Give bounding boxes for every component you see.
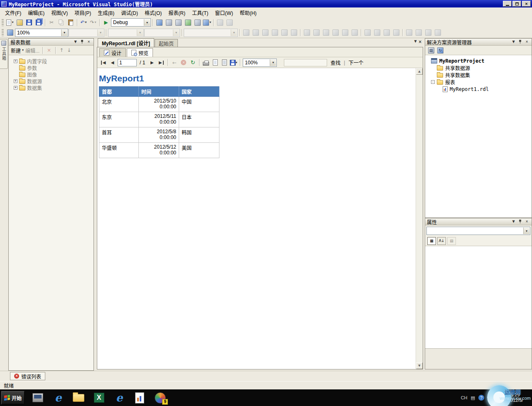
tree-item-project[interactable]: MyReportProject (426, 57, 531, 64)
last-page-button[interactable]: ▶ (157, 59, 165, 67)
internet-explorer-icon[interactable]: e (50, 391, 66, 405)
font-color-button[interactable] (424, 28, 433, 37)
close-panel-button[interactable]: × (524, 219, 530, 225)
menu-tools[interactable]: 工具(T) (189, 8, 212, 17)
menu-view[interactable]: 视图(V) (48, 8, 71, 17)
solution-explorer-button[interactable] (164, 18, 173, 27)
property-pages-button[interactable]: ▤ (447, 237, 456, 245)
size-width-button[interactable] (302, 28, 311, 37)
delete-button[interactable]: × (46, 47, 52, 54)
next-page-button[interactable]: ▶ (148, 59, 156, 67)
maximize-button[interactable] (512, 1, 521, 7)
stop-rendering-button[interactable]: × (180, 59, 187, 67)
save-all-button[interactable] (34, 18, 43, 27)
redo-button[interactable]: ↷▾ (89, 18, 98, 27)
property-grid[interactable] (425, 246, 532, 348)
move-down-button[interactable]: ↓ (66, 47, 72, 54)
excel-icon[interactable]: X (91, 391, 107, 405)
align-center-button[interactable] (251, 28, 260, 37)
file-explorer-icon[interactable] (70, 391, 87, 405)
internet-explorer-2-icon[interactable]: e (111, 391, 128, 405)
align-right-button[interactable] (261, 28, 270, 37)
tab-error-list[interactable]: × 错误列表 (10, 372, 45, 380)
back-to-parent-button[interactable]: ← (170, 59, 178, 67)
minimize-button[interactable] (503, 1, 512, 7)
snap-grid-button[interactable] (433, 28, 442, 37)
tab-list-dropdown-icon[interactable]: ▼ (414, 40, 416, 44)
taskbar-clock[interactable]: 9:29 2012/5/ (500, 392, 530, 403)
tree-item-data-sources[interactable]: + 数据源 (10, 78, 93, 84)
categorized-button[interactable]: ▦ (427, 237, 436, 245)
tree-item-shared-data-sources[interactable]: 共享数据源 (426, 64, 531, 71)
undo-button[interactable]: ↶▾ (79, 18, 88, 27)
start-page-button[interactable]: ▾ (202, 18, 212, 27)
align-middle-button[interactable] (280, 28, 289, 37)
menu-edit[interactable]: 编辑(E) (25, 8, 48, 17)
start-button[interactable]: 开始 (1, 391, 25, 404)
layer-back-button[interactable] (372, 28, 382, 37)
fill-color-button[interactable] (414, 28, 423, 37)
server-manager-icon[interactable] (30, 391, 46, 405)
refresh-button[interactable]: ↻ (189, 59, 197, 67)
scroll-up-button[interactable]: ▲ (416, 68, 423, 75)
fontsize-combobox[interactable]: ▾ (108, 29, 144, 37)
export-button[interactable]: ▾ (229, 59, 237, 67)
toolbar-grip[interactable] (2, 29, 4, 36)
auto-hide-button[interactable] (517, 219, 523, 225)
debug-config-combobox[interactable]: Debug ▾ (111, 18, 151, 27)
align-left-button[interactable] (241, 28, 251, 37)
align-bottom-button[interactable] (289, 28, 298, 37)
close-panel-button[interactable]: × (86, 39, 92, 45)
menu-report[interactable]: 报表(R) (165, 8, 189, 17)
zoom-tool-button[interactable] (5, 28, 15, 37)
page-setup-button[interactable] (220, 59, 228, 67)
tree-item-myreport1-rdl[interactable]: MyReport1.rdl (426, 86, 531, 93)
menu-build[interactable]: 生成(B) (94, 8, 118, 17)
properties-tool-button[interactable]: ▤ (427, 46, 435, 54)
find-button[interactable]: 查找 (328, 59, 342, 66)
properties-window-button[interactable] (174, 18, 183, 27)
size-both-button[interactable] (321, 28, 330, 37)
preview-zoom-combobox[interactable]: 100% ▾ (243, 59, 277, 67)
group-button[interactable] (382, 28, 391, 37)
style-combobox[interactable]: ▾ (144, 29, 180, 37)
size-height-button[interactable] (312, 28, 321, 37)
start-debug-button[interactable]: ▶ (101, 18, 111, 27)
alphabetical-button[interactable]: A↓ (437, 237, 446, 245)
add-item-button[interactable] (15, 18, 24, 27)
tree-item-reports-folder[interactable]: - 报表 (426, 78, 531, 86)
expander-icon[interactable]: + (14, 59, 17, 63)
cut-button[interactable]: ✂ (47, 18, 56, 27)
spacing-equal-button[interactable] (350, 28, 359, 37)
menu-help[interactable]: 帮助(H) (236, 8, 260, 17)
font-combobox[interactable]: ▾ (69, 29, 104, 37)
auto-hide-button[interactable] (517, 39, 523, 45)
tab-preview[interactable]: 预览 (127, 48, 153, 57)
tree-item-datasets[interactable]: + 数据集 (10, 84, 93, 91)
edit-button[interactable]: 编辑... (25, 47, 39, 54)
copy-button[interactable] (57, 18, 66, 27)
window-position-button[interactable]: ▼ (510, 219, 517, 225)
tree-item-parameters[interactable]: 参数 (10, 64, 93, 71)
page-number-input[interactable] (118, 59, 137, 66)
tab-design[interactable]: 设计 (99, 48, 126, 57)
format-combobox[interactable]: ▾ (184, 29, 238, 37)
refresh-tool-button[interactable]: ↻ (436, 46, 444, 54)
first-page-button[interactable]: ◀ (99, 59, 107, 67)
find-next-button[interactable]: 下一个 (346, 59, 365, 66)
auto-hide-button[interactable] (79, 39, 85, 45)
print-button[interactable] (202, 59, 210, 67)
ungroup-button[interactable] (392, 28, 401, 37)
menu-window[interactable]: 窗口(W) (212, 8, 236, 17)
flag-tray-icon[interactable]: ⚑ (493, 395, 497, 401)
menu-file[interactable]: 文件(F) (2, 8, 25, 17)
previous-page-button[interactable]: ◀ (108, 59, 116, 67)
menu-debug[interactable]: 调试(D) (118, 8, 141, 17)
menu-project[interactable]: 项目(P) (71, 8, 94, 17)
spacing-v-button[interactable] (340, 28, 350, 37)
expander-icon[interactable]: + (14, 86, 17, 90)
window-position-button[interactable]: ▼ (72, 39, 79, 45)
spacing-h-button[interactable] (331, 28, 340, 37)
close-document-icon[interactable]: × (419, 40, 422, 44)
border-button[interactable] (404, 28, 414, 37)
